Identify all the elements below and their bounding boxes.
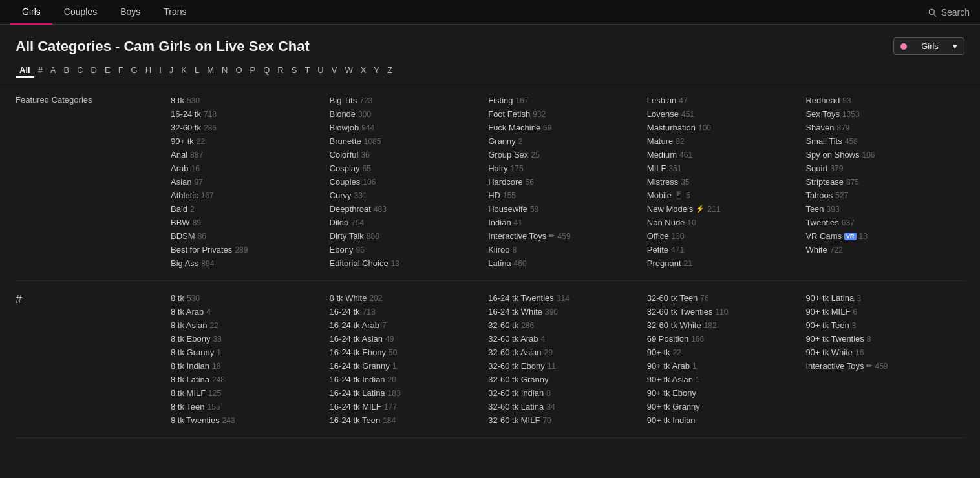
alpha-link-p[interactable]: P	[246, 64, 260, 78]
alpha-link-n[interactable]: N	[218, 64, 231, 78]
search-button[interactable]: Search	[927, 7, 970, 17]
alpha-link-a[interactable]: A	[47, 64, 60, 78]
list-item[interactable]: Petite471	[647, 243, 806, 256]
list-item[interactable]: Squirt879	[805, 161, 964, 175]
list-item[interactable]: 90+ tk Teen3	[805, 318, 964, 332]
list-item[interactable]: Latina460	[488, 256, 647, 270]
list-item[interactable]: 32-60 tk MILF70	[488, 413, 647, 427]
list-item[interactable]: Anal887	[171, 148, 330, 161]
list-item[interactable]: Asian97	[171, 175, 330, 189]
list-item[interactable]: BBW89	[171, 216, 330, 229]
list-item[interactable]: Small Tits458	[805, 134, 964, 148]
list-item[interactable]: Cosplay65	[330, 161, 489, 175]
list-item[interactable]: Granny2	[488, 134, 647, 148]
list-item[interactable]: Dirty Talk888	[330, 229, 489, 243]
list-item[interactable]: 90+ tk Indian	[647, 413, 806, 427]
list-item[interactable]: 90+ tk22	[647, 346, 806, 359]
list-item[interactable]: Twenties637	[805, 216, 964, 229]
list-item[interactable]: 90+ tk MILF6	[805, 305, 964, 318]
list-item[interactable]: Couples106	[330, 175, 489, 189]
list-item[interactable]: Ebony96	[330, 243, 489, 256]
list-item[interactable]: Fisting167	[488, 94, 647, 107]
list-item[interactable]: Striptease875	[805, 175, 964, 189]
list-item[interactable]: Office130	[647, 229, 806, 243]
list-item[interactable]: 8 tk530	[171, 291, 330, 305]
list-item[interactable]: 8 tk Arab4	[171, 305, 330, 318]
list-item[interactable]: 8 tk Teen155	[171, 400, 330, 413]
list-item[interactable]: 8 tk White202	[330, 291, 489, 305]
list-item[interactable]: Kiiroo8	[488, 243, 647, 256]
nav-tab-boys[interactable]: Boys	[109, 0, 152, 25]
nav-tab-couples[interactable]: Couples	[52, 0, 109, 25]
list-item[interactable]: Group Sex25	[488, 148, 647, 161]
list-item[interactable]: 32-60 tk White182	[647, 318, 806, 332]
list-item[interactable]: 90+ tk Twenties8	[805, 332, 964, 346]
list-item[interactable]: Foot Fetish932	[488, 107, 647, 121]
list-item[interactable]: Interactive Toys✏459	[488, 229, 647, 243]
list-item[interactable]: 16-24 tk Granny1	[330, 359, 489, 373]
list-item[interactable]: 8 tk MILF125	[171, 386, 330, 400]
list-item[interactable]: Editorial Choice13	[330, 256, 489, 270]
list-item[interactable]: 8 tk Indian18	[171, 359, 330, 373]
list-item[interactable]: New Models⚡211	[647, 202, 806, 216]
list-item[interactable]: VR CamsVR13	[805, 229, 964, 243]
list-item[interactable]: Pregnant21	[647, 256, 806, 270]
list-item[interactable]: MILF351	[647, 161, 806, 175]
list-item[interactable]: Best for Privates289	[171, 243, 330, 256]
list-item[interactable]: 90+ tk Granny	[647, 400, 806, 413]
list-item[interactable]: Masturbation100	[647, 121, 806, 134]
alpha-link-f[interactable]: F	[114, 64, 127, 78]
nav-tab-girls[interactable]: Girls	[10, 0, 52, 25]
list-item[interactable]: 90+ tk Asian1	[647, 373, 806, 386]
alpha-link-b[interactable]: B	[60, 64, 74, 78]
list-item[interactable]: 16-24 tk Asian49	[330, 332, 489, 346]
list-item[interactable]: White722	[805, 243, 964, 256]
list-item[interactable]: Colorful36	[330, 148, 489, 161]
list-item[interactable]: 90+ tk22	[171, 134, 330, 148]
list-item[interactable]: 8 tk530	[171, 94, 330, 107]
list-item[interactable]: Deepthroat483	[330, 202, 489, 216]
list-item[interactable]: Tattoos527	[805, 189, 964, 202]
list-item[interactable]: Hairy175	[488, 161, 647, 175]
alpha-link-s[interactable]: S	[288, 64, 301, 78]
list-item[interactable]: Hardcore56	[488, 175, 647, 189]
list-item[interactable]: Dildo754	[330, 216, 489, 229]
list-item[interactable]: Blowjob944	[330, 121, 489, 134]
alpha-link-v[interactable]: V	[328, 64, 341, 78]
list-item[interactable]: 16-24 tk White390	[488, 305, 647, 318]
list-item[interactable]: 8 tk Ebony38	[171, 332, 330, 346]
list-item[interactable]: 90+ tk Latina3	[805, 291, 964, 305]
alpha-link-e[interactable]: E	[101, 64, 114, 78]
list-item[interactable]: Curvy331	[330, 189, 489, 202]
list-item[interactable]: 32-60 tk Asian29	[488, 346, 647, 359]
alpha-link-t[interactable]: T	[301, 64, 314, 78]
alpha-link-w[interactable]: W	[341, 64, 356, 78]
list-item[interactable]: 8 tk Twenties243	[171, 413, 330, 427]
list-item[interactable]: 16-24 tk Ebony50	[330, 346, 489, 359]
alpha-link-u[interactable]: U	[314, 64, 327, 78]
list-item[interactable]: 32-60 tk Indian8	[488, 386, 647, 400]
list-item[interactable]: 69 Position166	[647, 332, 806, 346]
list-item[interactable]: Mature82	[647, 134, 806, 148]
list-item[interactable]: Lesbian47	[647, 94, 806, 107]
list-item[interactable]: 32-60 tk Arab4	[488, 332, 647, 346]
list-item[interactable]: Athletic167	[171, 189, 330, 202]
alpha-link-k[interactable]: K	[177, 64, 191, 78]
list-item[interactable]: Brunette1085	[330, 134, 489, 148]
list-item[interactable]: 16-24 tk Latina183	[330, 386, 489, 400]
list-item[interactable]: Blonde300	[330, 107, 489, 121]
list-item[interactable]: Mobile📱5	[647, 189, 806, 202]
alpha-link-i[interactable]: I	[155, 64, 165, 78]
list-item[interactable]: 32-60 tk Twenties110	[647, 305, 806, 318]
alpha-link-y[interactable]: Y	[370, 64, 383, 78]
list-item[interactable]: 16-24 tk718	[330, 305, 489, 318]
list-item[interactable]: 8 tk Granny1	[171, 346, 330, 359]
list-item[interactable]: 90+ tk Arab1	[647, 359, 806, 373]
alpha-link-l[interactable]: L	[191, 64, 203, 78]
list-item[interactable]: 90+ tk White16	[805, 346, 964, 359]
list-item[interactable]: 32-60 tk286	[171, 121, 330, 134]
alpha-link-h[interactable]: H	[142, 64, 155, 78]
list-item[interactable]: 32-60 tk Latina34	[488, 400, 647, 413]
alpha-link-r[interactable]: R	[273, 64, 287, 78]
list-item[interactable]: Sex Toys1053	[805, 107, 964, 121]
